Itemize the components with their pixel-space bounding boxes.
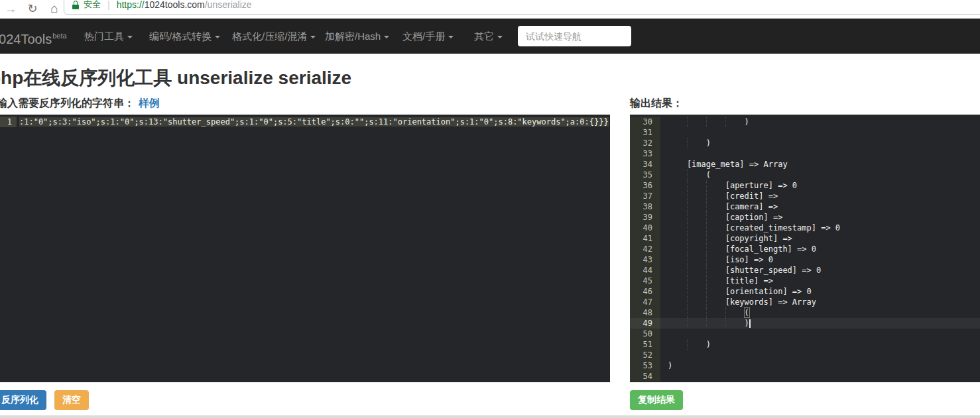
- forward-arrow-icon[interactable]: →: [4, 2, 17, 16]
- indent-guide: [687, 254, 688, 265]
- url-text: https://1024tools.com/unserialize: [117, 0, 252, 10]
- clear-button[interactable]: 清空: [54, 390, 89, 410]
- navbar: 1024Toolsbeta 热门工具编码/格式转换格式化/压缩/混淆加解密/Ha…: [0, 19, 980, 54]
- line-number: 50: [630, 329, 660, 339]
- code-line: 33: [630, 148, 980, 159]
- copy-result-button[interactable]: 复制结果: [630, 390, 683, 410]
- url-path: /unserialize: [205, 0, 252, 10]
- url-bar[interactable]: 安全 | https://1024tools.com/unserialize: [64, 0, 980, 15]
- line-number: 51: [630, 339, 660, 350]
- line-number: 45: [630, 276, 660, 286]
- nav-item-label: 格式化/压缩/混淆: [232, 30, 307, 42]
- code-line: 1:1:"0";s:3:"iso";s:1:"0";s:13:"shutter_…: [0, 117, 610, 127]
- line-number: 33: [630, 148, 660, 159]
- output-code-editor[interactable]: 30)3132)3334[image_meta] => Array35(36[a…: [630, 115, 980, 382]
- code-line: 53): [630, 360, 980, 371]
- line-number: 30: [630, 117, 660, 127]
- code-line: 47[keywords] => Array: [630, 297, 980, 307]
- chevron-down-icon: [384, 36, 389, 38]
- code-text: [created_timestamp] => 0: [725, 223, 840, 233]
- code-text: [title] =>: [725, 276, 773, 286]
- line-number: 39: [630, 212, 660, 223]
- indent-guide: [687, 339, 688, 350]
- indent-guide: [687, 244, 688, 254]
- nav-item-label: 热门工具: [84, 30, 124, 42]
- indent-guide: [725, 307, 726, 318]
- chevron-down-icon: [310, 36, 316, 38]
- indent-guide: [687, 138, 688, 148]
- code-text: ): [745, 319, 749, 328]
- code-text: [credit] =>: [725, 191, 778, 201]
- code-line: 42[focal_length] => 0: [630, 244, 980, 254]
- browser-toolbar: → ↻ ⌂ 安全 | https://1024tools.com/unseria…: [0, 0, 980, 19]
- line-number: 32: [630, 138, 660, 148]
- code-text: [orientation] => 0: [725, 287, 812, 296]
- nav-item[interactable]: 加解密/Hash: [325, 19, 389, 54]
- line-content: [660, 371, 980, 382]
- line-content: ): [660, 318, 980, 329]
- code-line: 34[image_meta] => Array: [630, 159, 980, 170]
- quick-nav-search-input[interactable]: [518, 26, 631, 46]
- code-line: 48(: [630, 307, 980, 318]
- line-number: 53: [630, 360, 660, 371]
- line-content: [660, 350, 980, 360]
- line-number: 47: [630, 297, 660, 307]
- nav-item[interactable]: 编码/格式转换: [149, 19, 220, 54]
- code-text: (: [745, 308, 749, 317]
- code-line: 30): [630, 117, 980, 127]
- nav-item[interactable]: 其它: [474, 19, 503, 54]
- beta-badge: beta: [52, 32, 66, 40]
- indent-guide: [706, 212, 707, 223]
- code-line: 35(: [630, 170, 980, 180]
- input-label: 输入需要反序列化的字符串：样例: [0, 97, 160, 111]
- line-number: 54: [630, 371, 660, 382]
- sample-link[interactable]: 样例: [139, 97, 160, 109]
- code-line: 39[caption] =>: [630, 212, 980, 223]
- chevron-down-icon: [497, 36, 503, 38]
- input-code-editor[interactable]: 1:1:"0";s:3:"iso";s:1:"0";s:13:"shutter_…: [0, 115, 610, 382]
- indent-guide: [706, 254, 707, 265]
- home-icon[interactable]: ⌂: [48, 1, 61, 16]
- indent-guide: [706, 307, 707, 318]
- code-line: 31: [630, 127, 980, 138]
- line-number: 40: [630, 223, 660, 233]
- indent-guide: [687, 180, 688, 191]
- indent-guide: [706, 180, 707, 191]
- line-content: (: [660, 307, 980, 318]
- reload-icon[interactable]: ↻: [26, 1, 39, 16]
- nav-item[interactable]: 文档/手册: [402, 19, 454, 54]
- page-title: php在线反序列化工具 unserialize serialize: [0, 66, 351, 91]
- brand-logo[interactable]: 1024Toolsbeta: [0, 19, 67, 54]
- line-content: [image_meta] => Array: [660, 159, 980, 170]
- nav-item-label: 其它: [474, 30, 494, 42]
- text-cursor: [749, 319, 751, 328]
- indent-guide: [706, 201, 707, 212]
- secure-label: 安全: [84, 0, 101, 11]
- indent-guide: [687, 233, 688, 244]
- indent-guide: [725, 318, 726, 329]
- code-text: [shutter_speed] => 0: [725, 266, 822, 275]
- nav-item[interactable]: 格式化/压缩/混淆: [232, 19, 316, 54]
- indent-guide: [687, 212, 688, 223]
- line-content: [camera] =>: [660, 201, 980, 212]
- code-line: 51): [630, 339, 980, 350]
- nav-item-label: 编码/格式转换: [149, 30, 212, 42]
- nav-item[interactable]: 热门工具: [84, 19, 133, 54]
- code-text: [camera] =>: [725, 202, 778, 211]
- chevron-down-icon: [215, 36, 220, 38]
- lock-icon: [72, 1, 79, 9]
- code-text: [caption] =>: [725, 213, 783, 222]
- line-content: [created_timestamp] => 0: [660, 223, 980, 233]
- indent-guide: [706, 318, 707, 329]
- line-content: :1:"0";s:3:"iso";s:1:"0";s:13:"shutter_s…: [17, 117, 610, 127]
- indent-guide: [687, 276, 688, 286]
- code-line: 52: [630, 350, 980, 360]
- indent-guide: [687, 307, 688, 318]
- code-line: 46[orientation] => 0: [630, 286, 980, 297]
- nav-item-label: 文档/手册: [402, 30, 445, 42]
- indent-guide: [687, 223, 688, 233]
- line-content: [orientation] => 0: [660, 286, 980, 297]
- code-text: [image_meta] => Array: [687, 160, 788, 169]
- unserialize-button[interactable]: 反序列化: [0, 390, 46, 410]
- line-content: [keywords] => Array: [660, 297, 980, 307]
